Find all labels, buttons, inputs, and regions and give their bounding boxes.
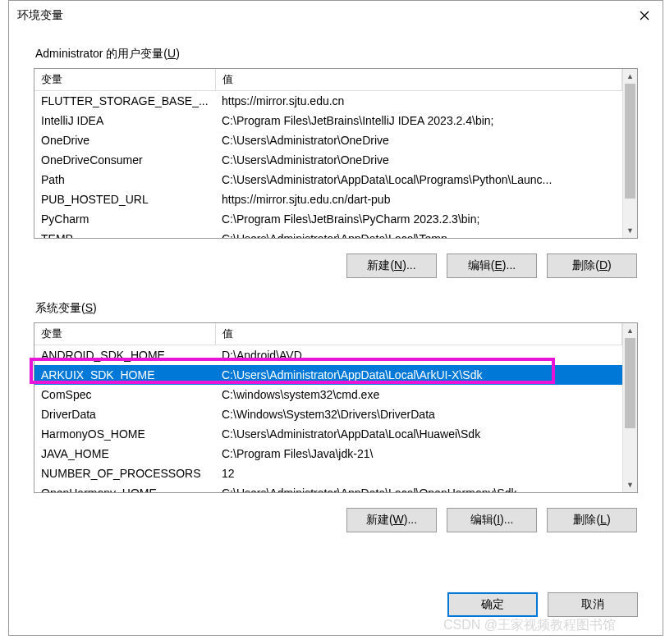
cell-name: FLUTTER_STORAGE_BASE_... bbox=[34, 91, 215, 111]
user-vars-label: Administrator 的用户变量(U) bbox=[34, 47, 638, 62]
system-vars-table-scroll[interactable]: 变量 值 ANDROID_SDK_HOMED:\Android\AVDARKUI… bbox=[34, 323, 622, 492]
user-delete-button[interactable]: 删除(D) bbox=[547, 253, 637, 278]
cell-name: JAVA_HOME bbox=[34, 444, 215, 464]
cell-name: ANDROID_SDK_HOME bbox=[34, 345, 215, 365]
system-vars-buttons: 新建(W)... 编辑(I)... 删除(L) bbox=[34, 508, 638, 532]
sys-new-button[interactable]: 新建(W)... bbox=[346, 508, 437, 532]
cell-name: HarmonyOS_HOME bbox=[34, 424, 215, 444]
col-value[interactable]: 值 bbox=[215, 323, 622, 345]
system-vars-label: 系统变量(S) bbox=[34, 301, 638, 316]
cell-name: TEMP bbox=[34, 229, 215, 239]
table-row[interactable]: PyCharmC:\Program Files\JetBrains\PyChar… bbox=[34, 209, 622, 229]
table-row[interactable]: IntelliJ IDEAC:\Program Files\JetBrains\… bbox=[34, 111, 622, 130]
dialog-footer: 确定 取消 bbox=[9, 579, 663, 635]
cell-value: C:\Program Files\JetBrains\IntelliJ IDEA… bbox=[215, 111, 622, 130]
cell-name: OneDriveConsumer bbox=[34, 150, 215, 170]
cell-value: C:\Users\Administrator\AppData\Local\Ark… bbox=[215, 365, 622, 385]
user-edit-button[interactable]: 编辑(E)... bbox=[447, 253, 537, 278]
cell-value: C:\Users\Administrator\OneDrive bbox=[215, 150, 622, 170]
sys-delete-button[interactable]: 删除(L) bbox=[547, 508, 637, 532]
cancel-button[interactable]: 取消 bbox=[548, 592, 638, 617]
cell-value: 12 bbox=[215, 464, 622, 483]
scroll-down-icon[interactable]: ▼ bbox=[623, 223, 637, 238]
close-icon bbox=[640, 11, 649, 21]
cell-value: C:\Windows\System32\Drivers\DriverData bbox=[215, 404, 622, 424]
cell-value: C:\windows\system32\cmd.exe bbox=[215, 385, 622, 404]
cell-name: DriverData bbox=[34, 404, 215, 424]
user-vars-group: Administrator 的用户变量(U) 变量 值 FLUTTER_STOR… bbox=[34, 47, 638, 278]
table-row[interactable]: NUMBER_OF_PROCESSORS12 bbox=[34, 464, 622, 483]
cell-value: https://mirror.sjtu.edu.cn bbox=[215, 91, 622, 111]
scroll-up-icon[interactable]: ▲ bbox=[623, 69, 637, 84]
close-button[interactable] bbox=[626, 1, 663, 30]
cell-value: D:\Android\AVD bbox=[215, 345, 622, 365]
cell-value: C:\Program Files\JetBrains\PyCharm 2023.… bbox=[215, 209, 622, 229]
cell-name: ComSpec bbox=[34, 385, 215, 404]
system-vars-table-wrap: 变量 值 ANDROID_SDK_HOMED:\Android\AVDARKUI… bbox=[34, 322, 638, 493]
sys-scrollbar[interactable]: ▲ ▼ bbox=[622, 323, 637, 492]
sys-edit-button[interactable]: 编辑(I)... bbox=[447, 508, 537, 532]
dialog-body: Administrator 的用户变量(U) 变量 值 FLUTTER_STOR… bbox=[9, 30, 663, 579]
col-name[interactable]: 变量 bbox=[34, 69, 215, 91]
col-value[interactable]: 值 bbox=[215, 69, 622, 91]
table-row[interactable]: OneDriveC:\Users\Administrator\OneDrive bbox=[34, 130, 622, 150]
scroll-down-icon[interactable]: ▼ bbox=[623, 477, 637, 492]
cell-value: C:\Users\Administrator\AppData\Local\Ope… bbox=[215, 483, 622, 493]
cell-value: C:\Users\Administrator\AppData\Local\Pro… bbox=[215, 170, 622, 190]
scroll-up-icon[interactable]: ▲ bbox=[623, 323, 637, 338]
cell-value: C:\Users\Administrator\AppData\Local\Hua… bbox=[215, 424, 622, 444]
cell-value: C:\Users\Administrator\OneDrive bbox=[215, 130, 622, 150]
window-title: 环境变量 bbox=[17, 8, 63, 23]
cell-name: ARKUIX_SDK_HOME bbox=[34, 365, 215, 385]
table-row[interactable]: ANDROID_SDK_HOMED:\Android\AVD bbox=[34, 345, 622, 365]
col-name[interactable]: 变量 bbox=[34, 323, 215, 345]
table-row[interactable]: JAVA_HOMEC:\Program Files\Java\jdk-21\ bbox=[34, 444, 622, 464]
cell-name: PyCharm bbox=[34, 209, 215, 229]
table-row[interactable]: TEMPC:\Users\Administrator\AppData\Local… bbox=[34, 229, 622, 239]
system-vars-table: 变量 值 ANDROID_SDK_HOMED:\Android\AVDARKUI… bbox=[34, 323, 622, 492]
table-row[interactable]: ComSpecC:\windows\system32\cmd.exe bbox=[34, 385, 622, 404]
user-vars-table-wrap: 变量 值 FLUTTER_STORAGE_BASE_...https://mir… bbox=[34, 68, 638, 239]
table-row[interactable]: HarmonyOS_HOMEC:\Users\Administrator\App… bbox=[34, 424, 622, 444]
ok-button[interactable]: 确定 bbox=[447, 592, 538, 617]
cell-name: Path bbox=[34, 170, 215, 190]
scroll-thumb[interactable] bbox=[625, 338, 635, 428]
env-vars-dialog: 环境变量 Administrator 的用户变量(U) 变量 值 FLUTTER… bbox=[8, 0, 663, 636]
cell-value: C:\Program Files\Java\jdk-21\ bbox=[215, 444, 622, 464]
user-scrollbar[interactable]: ▲ ▼ bbox=[622, 69, 637, 238]
table-row[interactable]: PathC:\Users\Administrator\AppData\Local… bbox=[34, 170, 622, 190]
table-row[interactable]: DriverDataC:\Windows\System32\Drivers\Dr… bbox=[34, 404, 622, 424]
cell-name: OpenHarmony_HOME bbox=[34, 483, 215, 493]
cell-name: NUMBER_OF_PROCESSORS bbox=[34, 464, 215, 483]
table-row[interactable]: PUB_HOSTED_URLhttps://mirror.sjtu.edu.cn… bbox=[34, 190, 622, 209]
titlebar: 环境变量 bbox=[9, 1, 663, 30]
user-vars-buttons: 新建(N)... 编辑(E)... 删除(D) bbox=[34, 253, 638, 278]
cell-name: PUB_HOSTED_URL bbox=[34, 190, 215, 209]
user-new-button[interactable]: 新建(N)... bbox=[346, 253, 437, 278]
user-vars-table-scroll[interactable]: 变量 值 FLUTTER_STORAGE_BASE_...https://mir… bbox=[34, 69, 622, 238]
scroll-thumb[interactable] bbox=[625, 84, 635, 199]
table-row[interactable]: FLUTTER_STORAGE_BASE_...https://mirror.s… bbox=[34, 91, 622, 111]
cell-value: https://mirror.sjtu.edu.cn/dart-pub bbox=[215, 190, 622, 209]
table-row[interactable]: OpenHarmony_HOMEC:\Users\Administrator\A… bbox=[34, 483, 622, 493]
system-vars-group: 系统变量(S) 变量 值 ANDROID_SDK_HOMED:\Android\… bbox=[34, 301, 638, 532]
cell-name: OneDrive bbox=[34, 130, 215, 150]
user-vars-table: 变量 值 FLUTTER_STORAGE_BASE_...https://mir… bbox=[34, 69, 622, 238]
table-row[interactable]: ARKUIX_SDK_HOMEC:\Users\Administrator\Ap… bbox=[34, 365, 622, 385]
table-row[interactable]: OneDriveConsumerC:\Users\Administrator\O… bbox=[34, 150, 622, 170]
cell-name: IntelliJ IDEA bbox=[34, 111, 215, 130]
cell-value: C:\Users\Administrator\AppData\Local\Tem… bbox=[215, 229, 622, 239]
